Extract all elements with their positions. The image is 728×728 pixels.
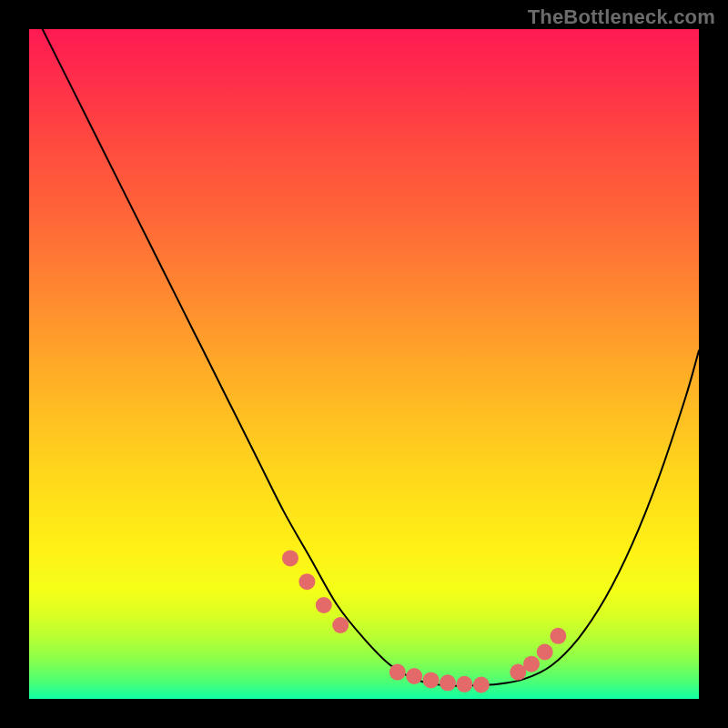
highlight-dot — [389, 664, 406, 681]
highlight-dot — [550, 628, 566, 644]
chart-frame: TheBottleneck.com — [0, 0, 728, 728]
highlight-dot — [537, 644, 553, 661]
highlight-dot — [440, 674, 456, 691]
highlight-dot — [456, 676, 472, 693]
highlight-dot — [473, 677, 490, 693]
highlight-dots — [282, 550, 566, 693]
highlight-dot — [332, 617, 349, 633]
curve-layer — [29, 29, 699, 699]
plot-area — [29, 29, 699, 699]
highlight-dot — [406, 668, 422, 684]
highlight-dot — [523, 656, 540, 672]
highlight-dot — [423, 672, 440, 688]
bottleneck-curve — [43, 29, 699, 686]
highlight-dot — [298, 573, 315, 590]
watermark-text: TheBottleneck.com — [528, 5, 715, 29]
highlight-dot — [316, 597, 332, 613]
highlight-dot — [282, 550, 298, 566]
